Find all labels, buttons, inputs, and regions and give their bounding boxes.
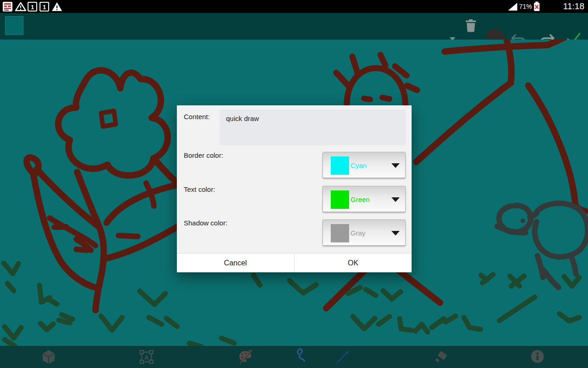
cancel-button[interactable]: Cancel <box>177 253 294 272</box>
spinner-caret-icon <box>391 231 400 236</box>
border-color-spinner[interactable]: Cyan <box>322 152 406 178</box>
text-properties-dialog: Content: quick draw Border color: Cyan T… <box>177 105 412 272</box>
battery-percent: 71% <box>519 0 532 13</box>
text-tool-letter: A <box>144 354 149 361</box>
signal-icon <box>508 3 517 11</box>
text-select-tool-icon[interactable]: A <box>140 350 153 364</box>
app-screen: 1 1 71% 11:18 <box>0 0 588 368</box>
trash-icon[interactable] <box>465 19 477 33</box>
info-tool-icon[interactable] <box>531 350 544 363</box>
bottom-toolbar: A <box>0 346 588 368</box>
canvas-color-swatch[interactable] <box>5 16 23 35</box>
cube-tool-icon[interactable] <box>42 350 56 364</box>
status-bar: 1 1 71% 11:18 <box>0 0 588 13</box>
shadow-color-spinner[interactable]: Gray <box>322 219 406 246</box>
content-input[interactable]: quick draw <box>220 109 406 145</box>
app-notification-icon <box>3 2 12 12</box>
badge-count: 1 <box>31 4 34 11</box>
badge-count: 1 <box>43 4 46 11</box>
spinner-caret-icon <box>391 197 400 202</box>
badge-1-icon: 1 <box>28 2 37 12</box>
line-tool-icon[interactable] <box>336 350 350 364</box>
warning-outline-icon <box>15 2 26 12</box>
dialog-button-bar: Cancel OK <box>177 253 412 272</box>
grass-marks-drawing <box>4 263 579 346</box>
shadow-color-label: Shadow color: <box>184 219 227 227</box>
text-color-label: Text color: <box>184 185 215 193</box>
text-color-swatch <box>331 190 349 209</box>
eraser-tool-icon[interactable] <box>434 350 449 364</box>
text-color-value: Green <box>351 186 370 213</box>
flower-drawing <box>27 70 178 310</box>
clock: 11:18 <box>563 0 584 13</box>
text-color-spinner[interactable]: Green <box>322 186 406 212</box>
palette-tool-icon[interactable] <box>238 350 253 364</box>
content-label: Content: <box>184 113 210 121</box>
spinner-caret-icon <box>391 163 400 168</box>
top-toolbar <box>0 13 588 40</box>
badge-1-icon: 1 <box>40 2 49 12</box>
warning-filled-icon <box>51 2 62 12</box>
border-color-value: Cyan <box>351 152 367 178</box>
border-color-swatch <box>331 156 349 175</box>
border-color-label: Border color: <box>184 151 223 159</box>
ok-button[interactable]: OK <box>294 253 412 272</box>
freehand-tool-icon[interactable] <box>296 348 308 362</box>
battery-x-icon <box>533 1 540 12</box>
shadow-color-value: Gray <box>351 220 366 246</box>
shadow-color-swatch <box>331 224 349 242</box>
